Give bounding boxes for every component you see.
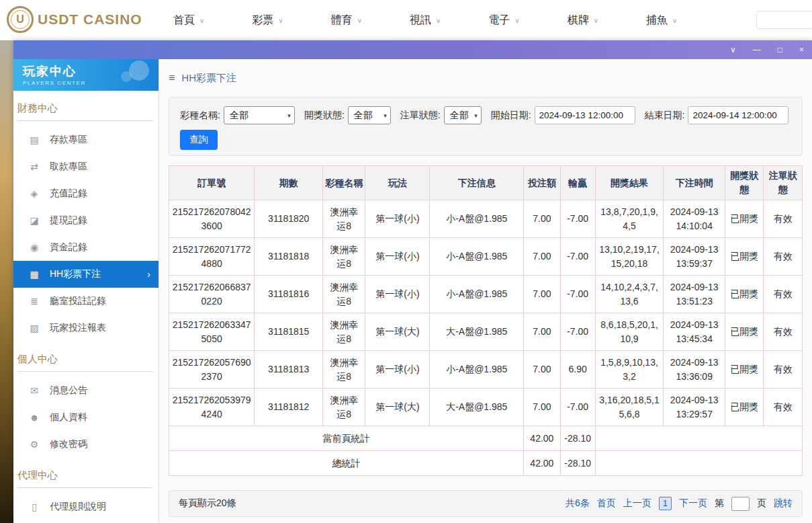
sidebar-item-withdraw[interactable]: ⇄ 取款專區 <box>13 153 159 180</box>
pagination: 共6条 首页 上一页 1 下一页 第 页 跳转 <box>566 497 793 511</box>
withdraw-icon: ⇄ <box>27 161 42 172</box>
chevron-down-icon: ∨ <box>199 17 204 24</box>
nav-item-live[interactable]: 視訊 ∨ <box>410 13 441 28</box>
sidebar-item-label: 廳室投註記錄 <box>50 295 106 307</box>
cell-lottery-name: 澳洲幸运8 <box>323 313 365 351</box>
section-label-personal: 個人中心 <box>17 353 153 372</box>
sidebar-item-player-bet-report[interactable]: ▨ 玩家投注報表 <box>13 315 159 341</box>
players-center-window: ∨ — □ × 玩家中心 PLAYERS CENTER 財務中心 ▤ <box>13 40 812 523</box>
nav-item-label: 彩票 <box>252 13 273 28</box>
cell-draw-result: 3,16,20,18,5,15,6,8 <box>595 389 664 426</box>
bell-icon: ✉ <box>27 385 42 396</box>
sidebar-item-announcements[interactable]: ✉ 消息公告 <box>13 377 159 404</box>
cell-bet-amount: 7.00 <box>524 351 561 389</box>
sidebar-item-funds-record[interactable]: ◉ 資金記錄 <box>13 234 159 261</box>
cell-bet-info: 大-A盤@1.985 <box>430 389 524 426</box>
background-image-strip <box>0 40 13 523</box>
chips-decoration-icon <box>129 61 149 81</box>
nav-item-sports[interactable]: 體育 ∨ <box>331 13 362 28</box>
cell-play: 第一球(大) <box>365 313 430 351</box>
gear-icon: ⚙ <box>27 439 42 450</box>
draw-status-select[interactable]: 全部 ▾ <box>348 106 391 124</box>
end-date-input[interactable] <box>688 106 788 124</box>
chevron-down-icon: ∨ <box>514 17 519 24</box>
current-page-badge[interactable]: 1 <box>659 497 672 510</box>
prev-page-link[interactable]: 上一页 <box>623 497 651 510</box>
nav-item-label: 視訊 <box>410 13 431 28</box>
sidebar-item-hh-lottery-bets[interactable]: ▦ HH彩票下注 › <box>13 261 159 288</box>
cell-bet-amount: 7.00 <box>524 276 561 313</box>
cell-order-status: 有效 <box>764 238 803 276</box>
maximize-icon[interactable]: □ <box>778 46 782 54</box>
sidebar-item-agent-rules[interactable]: ▯ 代理規則說明 <box>13 493 159 520</box>
sidebar-item-withdrawal-record[interactable]: ◪ 提現記錄 <box>13 207 159 234</box>
lottery-name-select[interactable]: 全部 ▾ <box>224 106 295 124</box>
cell-play: 第一球(大) <box>365 389 430 426</box>
hall-records-icon: ≣ <box>27 296 42 307</box>
start-date-input[interactable] <box>535 106 635 124</box>
table-header-row: 訂單號 期數 彩種名稱 玩法 下注信息 投注額 輸贏 開獎結果 下注時間 開獎狀… <box>169 166 803 200</box>
window-titlebar: ∨ — □ × <box>13 40 812 59</box>
cell-order-status: 有效 <box>764 389 803 426</box>
first-page-link[interactable]: 首页 <box>597 497 616 510</box>
sidebar-item-label: 資金記錄 <box>50 241 87 253</box>
next-page-link[interactable]: 下一页 <box>679 497 707 510</box>
page-summary-row: 當前頁統計 42.00 -28.10 <box>169 426 803 451</box>
summary-empty <box>595 426 802 451</box>
sidebar-item-recharge-record[interactable]: ◈ 充值記錄 <box>13 180 159 207</box>
cell-bet-info: 小-A盤@1.985 <box>430 238 524 276</box>
nav-item-slots[interactable]: 電子 ∨ <box>488 13 519 28</box>
cell-lottery-name: 澳洲幸运8 <box>323 238 365 276</box>
sidebar-item-profile[interactable]: ☻ 個人資料 <box>13 404 159 431</box>
chevron-down-icon: ▾ <box>287 112 291 119</box>
sidebar-item-deposit[interactable]: ▤ 存款專區 <box>13 126 159 153</box>
header-order-no: 訂單號 <box>169 166 255 200</box>
close-icon[interactable]: × <box>799 46 804 54</box>
draw-status-value: 全部 <box>354 110 373 122</box>
cell-period: 31181813 <box>255 351 323 389</box>
table-row: 2152172620539794240 31181812 澳洲幸运8 第一球(大… <box>169 389 803 426</box>
cell-draw-result: 13,10,2,19,17,15,20,18 <box>595 238 664 276</box>
header-bet-time: 下注時間 <box>664 166 725 200</box>
nav-item-home[interactable]: 首頁 ∨ <box>173 13 204 28</box>
cell-order-no: 2152172620668370220 <box>169 276 255 313</box>
cell-winloss: -7.00 <box>560 313 595 351</box>
search-button[interactable]: 查詢 <box>180 130 218 150</box>
cell-bet-time: 2024-09-13 13:45:34 <box>664 313 725 351</box>
agent-menu: ▯ 代理規則說明 <box>13 493 159 520</box>
chevron-down-icon: ∨ <box>672 17 677 24</box>
table-row: 2152172620668370220 31181816 澳洲幸运8 第一球(小… <box>169 276 803 313</box>
cell-order-no: 2152172620717724880 <box>169 238 255 276</box>
document-icon: ▯ <box>27 501 42 512</box>
nav-item-lottery[interactable]: 彩票 ∨ <box>252 13 283 28</box>
cell-order-no: 2152172620576902370 <box>169 351 255 389</box>
minimize-icon[interactable]: — <box>753 46 761 54</box>
site-logo[interactable]: U USDT CASINO <box>7 6 142 33</box>
logo-emblem-icon: U <box>7 6 34 33</box>
sidebar-item-label: 玩家投注報表 <box>50 322 106 334</box>
summary-bet-amount: 42.00 <box>524 451 561 476</box>
order-status-select[interactable]: 全部 ▾ <box>444 106 482 124</box>
hamburger-menu-icon[interactable]: ≡ <box>169 72 175 84</box>
table-row: 2152172620633475050 31181815 澳洲幸运8 第一球(大… <box>169 313 803 351</box>
summary-bet-amount: 42.00 <box>524 426 561 451</box>
sidebar-item-change-password[interactable]: ⚙ 修改密碼 <box>13 431 159 458</box>
summary-empty <box>595 451 802 476</box>
header-draw-result: 開獎結果 <box>595 166 664 200</box>
logo-monogram: U <box>11 10 30 29</box>
sidebar: 玩家中心 PLAYERS CENTER 財務中心 ▤ 存款專區 ⇄ 取款專區 <box>13 59 159 523</box>
total-summary-row: 總統計 42.00 -28.10 <box>169 451 803 476</box>
cell-bet-amount: 7.00 <box>524 313 561 351</box>
cell-lottery-name: 澳洲幸运8 <box>323 200 365 238</box>
cell-draw-result: 1,5,8,9,10,13,3,2 <box>595 351 664 389</box>
logo-text: USDT CASINO <box>38 11 142 28</box>
header-bet-amount: 投注額 <box>524 166 561 200</box>
jump-button[interactable]: 跳转 <box>774 497 793 510</box>
sidebar-item-hall-bet-records[interactable]: ≣ 廳室投註記錄 <box>13 288 159 315</box>
nav-item-fishing[interactable]: 捕魚 ∨ <box>646 13 677 28</box>
page-jump-input[interactable] <box>731 497 750 511</box>
chevron-down-icon[interactable]: ∨ <box>730 46 736 54</box>
nav-item-cards[interactable]: 棋牌 ∨ <box>568 13 598 28</box>
cell-order-status: 有效 <box>764 351 803 389</box>
nav-right-box[interactable] <box>756 11 812 29</box>
